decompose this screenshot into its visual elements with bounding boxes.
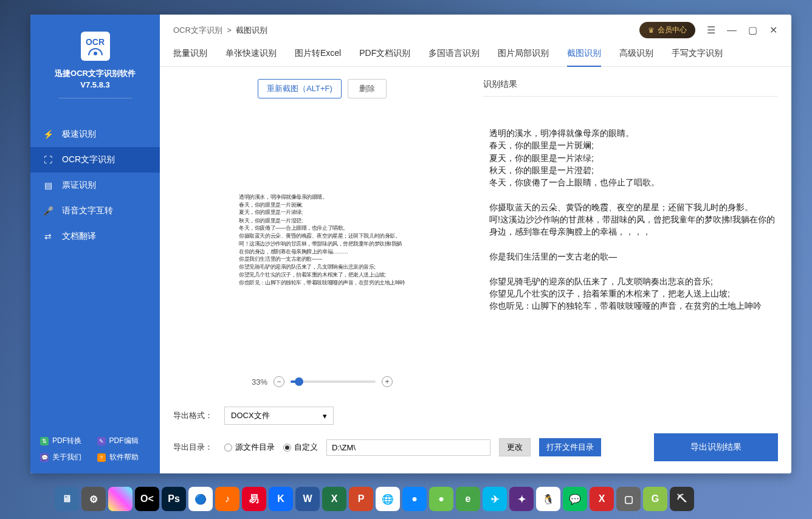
sidebar-item-fast-ocr[interactable]: ⚡ 极速识别 [30,122,160,147]
main-area: OCR文字识别 > 截图识别 ♛ 会员中心 ☰ — ▢ ✕ 批量识别单张快速识别… [160,15,791,473]
sidebar-item-voice[interactable]: 🎤 语音文字互转 [30,198,160,224]
footer-pdf-convert[interactable]: ⇅PDF转换 [40,436,94,446]
tab-5[interactable]: 图片局部识别 [498,48,549,66]
taskbar-icon-22[interactable]: G [643,487,667,511]
chevron-down-icon: ▾ [323,411,327,421]
result-text[interactable]: 透明的溪水，明净得就像母亲的眼睛。春天，你的眼里是一片斑斓;夏天，你的眼里是一片… [483,97,778,398]
tab-2[interactable]: 图片转Excel [295,48,341,66]
taskbar-icon-2[interactable] [108,487,132,511]
recapture-button[interactable]: 重新截图（ALT+F) [258,79,342,98]
tab-7[interactable]: 高级识别 [619,48,653,66]
sidebar-item-ocr-text[interactable]: ⛶ OCR文字识别 [30,147,160,173]
tab-0[interactable]: 批量识别 [173,48,207,66]
zoom-in-button[interactable]: + [382,376,393,387]
footer-about[interactable]: 💬关于我们 [40,452,94,462]
menu-button[interactable]: ☰ [706,26,716,35]
sidebar: OCR 迅捷OCR文字识别软件 V7.5.8.3 ⚡ 极速识别 ⛶ OCR文字识… [30,15,160,473]
mic-icon: 🎤 [43,205,53,216]
radio-source-dir[interactable]: 源文件目录 [224,442,275,453]
tab-8[interactable]: 手写文字识别 [672,48,723,66]
tab-1[interactable]: 单张快速识别 [225,48,277,66]
translate-icon: ⇄ [43,231,53,242]
open-dir-button[interactable]: 打开文件目录 [539,438,601,456]
sidebar-footer: ⇅PDF转换 ✎PDF编辑 💬关于我们 ?软件帮助 [30,425,160,473]
app-window: OCR 迅捷OCR文字识别软件 V7.5.8.3 ⚡ 极速识别 ⛶ OCR文字识… [30,15,791,473]
taskbar-icon-19[interactable]: 💬 [563,487,587,511]
close-button[interactable]: ✕ [768,26,778,35]
breadcrumb: OCR文字识别 > 截图识别 [173,25,267,36]
taskbar-icon-10[interactable]: X [322,487,346,511]
delete-button[interactable]: 删除 [348,79,387,98]
taskbar-icon-14[interactable]: ● [429,487,453,511]
taskbar-icon-21[interactable]: ▢ [616,487,641,511]
taskbar: 🖥⚙O<Ps🔵♪易KWXP🌐●●e✈✦🐧💬X▢G⛏ [55,485,694,513]
taskbar-icon-8[interactable]: K [269,487,293,511]
taskbar-icon-7[interactable]: 易 [242,487,266,511]
format-select[interactable]: DOCX文件 ▾ [224,407,334,425]
taskbar-icon-1[interactable]: ⚙ [81,487,106,511]
export-button[interactable]: 导出识别结果 [654,433,778,461]
taskbar-icon-11[interactable]: P [349,487,373,511]
taskbar-icon-13[interactable]: ● [402,487,427,511]
taskbar-icon-20[interactable]: X [590,487,614,511]
sidebar-item-label: 文档翻译 [62,231,96,242]
taskbar-icon-23[interactable]: ⛏ [670,487,694,511]
change-path-button[interactable]: 更改 [499,438,531,456]
dir-label: 导出目录： [173,442,216,453]
scan-icon: ⛶ [43,154,53,165]
vip-button[interactable]: ♛ 会员中心 [639,22,695,38]
taskbar-icon-15[interactable]: e [456,487,480,511]
sidebar-nav: ⚡ 极速识别 ⛶ OCR文字识别 ▤ 票证识别 🎤 语音文字互转 ⇄ 文档翻译 [30,122,160,425]
app-version: V7.5.8.3 [30,80,160,89]
logo-block: OCR 迅捷OCR文字识别软件 V7.5.8.3 [30,15,160,122]
tabs: 批量识别单张快速识别图片转ExcelPDF文档识别多国语言识别图片局部识别截图识… [160,38,791,67]
zoom-control: 33% − + [173,369,471,398]
sidebar-item-ticket[interactable]: ▤ 票证识别 [30,173,160,198]
footer-pdf-edit[interactable]: ✎PDF编辑 [97,436,151,446]
taskbar-icon-3[interactable]: O< [135,487,159,511]
minimize-button[interactable]: — [727,26,737,35]
taskbar-icon-12[interactable]: 🌐 [376,487,400,511]
result-pane: 识别结果 透明的溪水，明净得就像母亲的眼睛。春天，你的眼里是一片斑斓;夏天，你的… [483,79,778,398]
taskbar-icon-9[interactable]: W [295,487,320,511]
tab-4[interactable]: 多国语言识别 [428,48,480,66]
lightning-icon: ⚡ [43,129,53,140]
preview-image: 透明的溪水，明净得就像母亲的眼睛。春天，你的眼里是一片斑斓;夏天，你的眼里是一片… [173,111,471,369]
footer-help[interactable]: ?软件帮助 [97,452,151,462]
sidebar-item-label: OCR文字识别 [62,154,115,165]
bottom-bar: 导出格式： DOCX文件 ▾ 导出目录： 源文件目录 自定义 更改 打开文件目录… [160,398,791,473]
app-logo-icon: OCR [81,32,110,61]
format-label: 导出格式： [173,410,216,421]
radio-custom-dir[interactable]: 自定义 [283,442,318,453]
tab-3[interactable]: PDF文档识别 [359,48,410,66]
taskbar-icon-4[interactable]: Ps [162,487,186,511]
tab-6[interactable]: 截图识别 [567,48,601,66]
result-header: 识别结果 [483,79,778,97]
zoom-slider[interactable] [291,380,376,383]
sidebar-item-translate[interactable]: ⇄ 文档翻译 [30,224,160,249]
app-name: 迅捷OCR文字识别软件 [30,68,160,79]
content-area: 重新截图（ALT+F) 删除 透明的溪水，明净得就像母亲的眼睛。春天，你的眼里是… [160,67,791,398]
sidebar-item-label: 票证识别 [62,180,96,191]
taskbar-icon-5[interactable]: 🔵 [188,487,213,511]
taskbar-icon-16[interactable]: ✈ [483,487,507,511]
titlebar: OCR文字识别 > 截图识别 ♛ 会员中心 ☰ — ▢ ✕ [160,15,791,38]
receipt-icon: ▤ [43,180,53,191]
sidebar-item-label: 语音文字互转 [62,205,113,216]
zoom-percent: 33% [252,377,267,387]
zoom-out-button[interactable]: − [274,376,284,387]
taskbar-icon-0[interactable]: 🖥 [55,487,79,511]
preview-pane: 重新截图（ALT+F) 删除 透明的溪水，明净得就像母亲的眼睛。春天，你的眼里是… [173,79,471,398]
sidebar-item-label: 极速识别 [62,129,96,140]
taskbar-icon-6[interactable]: ♪ [215,487,239,511]
maximize-button[interactable]: ▢ [748,26,757,35]
crown-icon: ♛ [648,26,655,35]
taskbar-icon-17[interactable]: ✦ [509,487,534,511]
taskbar-icon-18[interactable]: 🐧 [536,487,560,511]
path-input[interactable] [326,439,490,456]
